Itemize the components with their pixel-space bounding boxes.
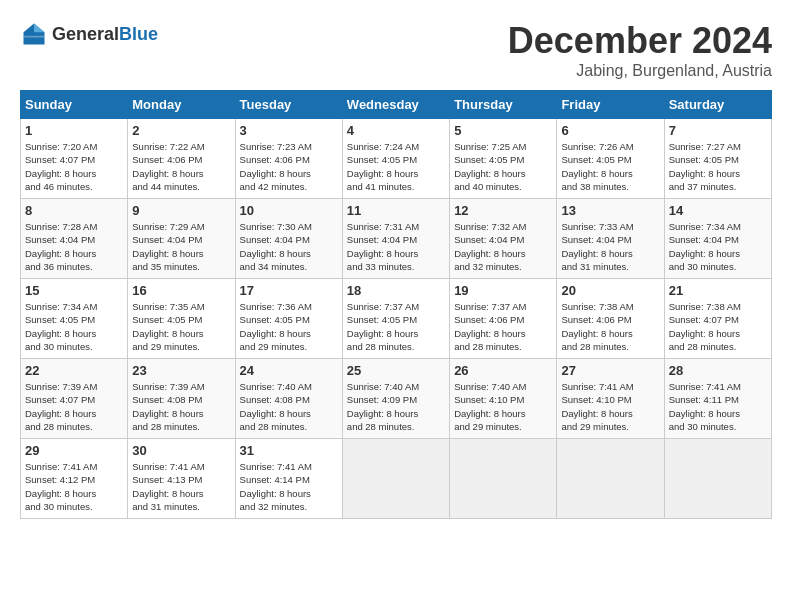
calendar-cell: 24Sunrise: 7:40 AM Sunset: 4:08 PM Dayli… bbox=[235, 359, 342, 439]
calendar-cell bbox=[557, 439, 664, 519]
day-info: Sunrise: 7:41 AM Sunset: 4:13 PM Dayligh… bbox=[132, 460, 230, 513]
day-info: Sunrise: 7:39 AM Sunset: 4:08 PM Dayligh… bbox=[132, 380, 230, 433]
calendar-cell: 12Sunrise: 7:32 AM Sunset: 4:04 PM Dayli… bbox=[450, 199, 557, 279]
calendar-cell bbox=[664, 439, 771, 519]
day-info: Sunrise: 7:38 AM Sunset: 4:06 PM Dayligh… bbox=[561, 300, 659, 353]
title-block: December 2024 Jabing, Burgenland, Austri… bbox=[508, 20, 772, 80]
calendar-cell: 9Sunrise: 7:29 AM Sunset: 4:04 PM Daylig… bbox=[128, 199, 235, 279]
day-number: 12 bbox=[454, 203, 552, 218]
day-info: Sunrise: 7:29 AM Sunset: 4:04 PM Dayligh… bbox=[132, 220, 230, 273]
day-info: Sunrise: 7:27 AM Sunset: 4:05 PM Dayligh… bbox=[669, 140, 767, 193]
day-number: 22 bbox=[25, 363, 123, 378]
calendar-week-row: 8Sunrise: 7:28 AM Sunset: 4:04 PM Daylig… bbox=[21, 199, 772, 279]
calendar-cell: 27Sunrise: 7:41 AM Sunset: 4:10 PM Dayli… bbox=[557, 359, 664, 439]
day-number: 10 bbox=[240, 203, 338, 218]
day-info: Sunrise: 7:33 AM Sunset: 4:04 PM Dayligh… bbox=[561, 220, 659, 273]
weekday-header-thursday: Thursday bbox=[450, 91, 557, 119]
calendar-cell: 26Sunrise: 7:40 AM Sunset: 4:10 PM Dayli… bbox=[450, 359, 557, 439]
calendar-cell: 29Sunrise: 7:41 AM Sunset: 4:12 PM Dayli… bbox=[21, 439, 128, 519]
svg-rect-2 bbox=[24, 36, 45, 38]
calendar-cell bbox=[450, 439, 557, 519]
day-info: Sunrise: 7:34 AM Sunset: 4:05 PM Dayligh… bbox=[25, 300, 123, 353]
calendar-cell: 30Sunrise: 7:41 AM Sunset: 4:13 PM Dayli… bbox=[128, 439, 235, 519]
day-number: 19 bbox=[454, 283, 552, 298]
day-info: Sunrise: 7:41 AM Sunset: 4:11 PM Dayligh… bbox=[669, 380, 767, 433]
day-number: 1 bbox=[25, 123, 123, 138]
page-header: GeneralBlue December 2024 Jabing, Burgen… bbox=[20, 20, 772, 80]
calendar-cell: 3Sunrise: 7:23 AM Sunset: 4:06 PM Daylig… bbox=[235, 119, 342, 199]
day-info: Sunrise: 7:41 AM Sunset: 4:12 PM Dayligh… bbox=[25, 460, 123, 513]
day-info: Sunrise: 7:32 AM Sunset: 4:04 PM Dayligh… bbox=[454, 220, 552, 273]
day-info: Sunrise: 7:35 AM Sunset: 4:05 PM Dayligh… bbox=[132, 300, 230, 353]
calendar-cell: 28Sunrise: 7:41 AM Sunset: 4:11 PM Dayli… bbox=[664, 359, 771, 439]
svg-marker-1 bbox=[34, 24, 45, 33]
day-number: 6 bbox=[561, 123, 659, 138]
calendar-cell: 17Sunrise: 7:36 AM Sunset: 4:05 PM Dayli… bbox=[235, 279, 342, 359]
calendar-cell: 18Sunrise: 7:37 AM Sunset: 4:05 PM Dayli… bbox=[342, 279, 449, 359]
day-number: 4 bbox=[347, 123, 445, 138]
location-text: Jabing, Burgenland, Austria bbox=[508, 62, 772, 80]
weekday-header-tuesday: Tuesday bbox=[235, 91, 342, 119]
day-number: 29 bbox=[25, 443, 123, 458]
day-number: 5 bbox=[454, 123, 552, 138]
day-info: Sunrise: 7:22 AM Sunset: 4:06 PM Dayligh… bbox=[132, 140, 230, 193]
day-number: 20 bbox=[561, 283, 659, 298]
weekday-header-friday: Friday bbox=[557, 91, 664, 119]
day-number: 7 bbox=[669, 123, 767, 138]
calendar-cell: 15Sunrise: 7:34 AM Sunset: 4:05 PM Dayli… bbox=[21, 279, 128, 359]
calendar-cell: 10Sunrise: 7:30 AM Sunset: 4:04 PM Dayli… bbox=[235, 199, 342, 279]
calendar-cell: 22Sunrise: 7:39 AM Sunset: 4:07 PM Dayli… bbox=[21, 359, 128, 439]
day-info: Sunrise: 7:23 AM Sunset: 4:06 PM Dayligh… bbox=[240, 140, 338, 193]
day-number: 13 bbox=[561, 203, 659, 218]
calendar-cell: 13Sunrise: 7:33 AM Sunset: 4:04 PM Dayli… bbox=[557, 199, 664, 279]
day-number: 24 bbox=[240, 363, 338, 378]
day-number: 8 bbox=[25, 203, 123, 218]
day-info: Sunrise: 7:31 AM Sunset: 4:04 PM Dayligh… bbox=[347, 220, 445, 273]
day-info: Sunrise: 7:40 AM Sunset: 4:08 PM Dayligh… bbox=[240, 380, 338, 433]
day-number: 17 bbox=[240, 283, 338, 298]
day-number: 23 bbox=[132, 363, 230, 378]
day-number: 16 bbox=[132, 283, 230, 298]
calendar-cell: 19Sunrise: 7:37 AM Sunset: 4:06 PM Dayli… bbox=[450, 279, 557, 359]
weekday-header-wednesday: Wednesday bbox=[342, 91, 449, 119]
day-number: 28 bbox=[669, 363, 767, 378]
calendar-cell: 20Sunrise: 7:38 AM Sunset: 4:06 PM Dayli… bbox=[557, 279, 664, 359]
day-number: 2 bbox=[132, 123, 230, 138]
day-number: 18 bbox=[347, 283, 445, 298]
day-info: Sunrise: 7:20 AM Sunset: 4:07 PM Dayligh… bbox=[25, 140, 123, 193]
day-info: Sunrise: 7:30 AM Sunset: 4:04 PM Dayligh… bbox=[240, 220, 338, 273]
calendar-cell: 21Sunrise: 7:38 AM Sunset: 4:07 PM Dayli… bbox=[664, 279, 771, 359]
day-info: Sunrise: 7:37 AM Sunset: 4:05 PM Dayligh… bbox=[347, 300, 445, 353]
calendar-cell: 25Sunrise: 7:40 AM Sunset: 4:09 PM Dayli… bbox=[342, 359, 449, 439]
calendar-cell: 7Sunrise: 7:27 AM Sunset: 4:05 PM Daylig… bbox=[664, 119, 771, 199]
weekday-header-saturday: Saturday bbox=[664, 91, 771, 119]
day-info: Sunrise: 7:40 AM Sunset: 4:09 PM Dayligh… bbox=[347, 380, 445, 433]
day-info: Sunrise: 7:25 AM Sunset: 4:05 PM Dayligh… bbox=[454, 140, 552, 193]
calendar-header-row: SundayMondayTuesdayWednesdayThursdayFrid… bbox=[21, 91, 772, 119]
day-info: Sunrise: 7:37 AM Sunset: 4:06 PM Dayligh… bbox=[454, 300, 552, 353]
calendar-week-row: 1Sunrise: 7:20 AM Sunset: 4:07 PM Daylig… bbox=[21, 119, 772, 199]
day-number: 15 bbox=[25, 283, 123, 298]
day-info: Sunrise: 7:41 AM Sunset: 4:14 PM Dayligh… bbox=[240, 460, 338, 513]
day-info: Sunrise: 7:39 AM Sunset: 4:07 PM Dayligh… bbox=[25, 380, 123, 433]
day-number: 21 bbox=[669, 283, 767, 298]
calendar-cell: 2Sunrise: 7:22 AM Sunset: 4:06 PM Daylig… bbox=[128, 119, 235, 199]
day-number: 25 bbox=[347, 363, 445, 378]
day-info: Sunrise: 7:36 AM Sunset: 4:05 PM Dayligh… bbox=[240, 300, 338, 353]
day-number: 27 bbox=[561, 363, 659, 378]
calendar-week-row: 29Sunrise: 7:41 AM Sunset: 4:12 PM Dayli… bbox=[21, 439, 772, 519]
logo-blue-text: Blue bbox=[119, 24, 158, 44]
calendar-cell: 5Sunrise: 7:25 AM Sunset: 4:05 PM Daylig… bbox=[450, 119, 557, 199]
calendar-cell: 4Sunrise: 7:24 AM Sunset: 4:05 PM Daylig… bbox=[342, 119, 449, 199]
logo: GeneralBlue bbox=[20, 20, 158, 48]
day-info: Sunrise: 7:40 AM Sunset: 4:10 PM Dayligh… bbox=[454, 380, 552, 433]
weekday-header-monday: Monday bbox=[128, 91, 235, 119]
day-number: 3 bbox=[240, 123, 338, 138]
calendar-cell: 23Sunrise: 7:39 AM Sunset: 4:08 PM Dayli… bbox=[128, 359, 235, 439]
month-title: December 2024 bbox=[508, 20, 772, 62]
day-info: Sunrise: 7:34 AM Sunset: 4:04 PM Dayligh… bbox=[669, 220, 767, 273]
calendar-week-row: 15Sunrise: 7:34 AM Sunset: 4:05 PM Dayli… bbox=[21, 279, 772, 359]
calendar-cell: 11Sunrise: 7:31 AM Sunset: 4:04 PM Dayli… bbox=[342, 199, 449, 279]
day-number: 14 bbox=[669, 203, 767, 218]
calendar-cell: 14Sunrise: 7:34 AM Sunset: 4:04 PM Dayli… bbox=[664, 199, 771, 279]
